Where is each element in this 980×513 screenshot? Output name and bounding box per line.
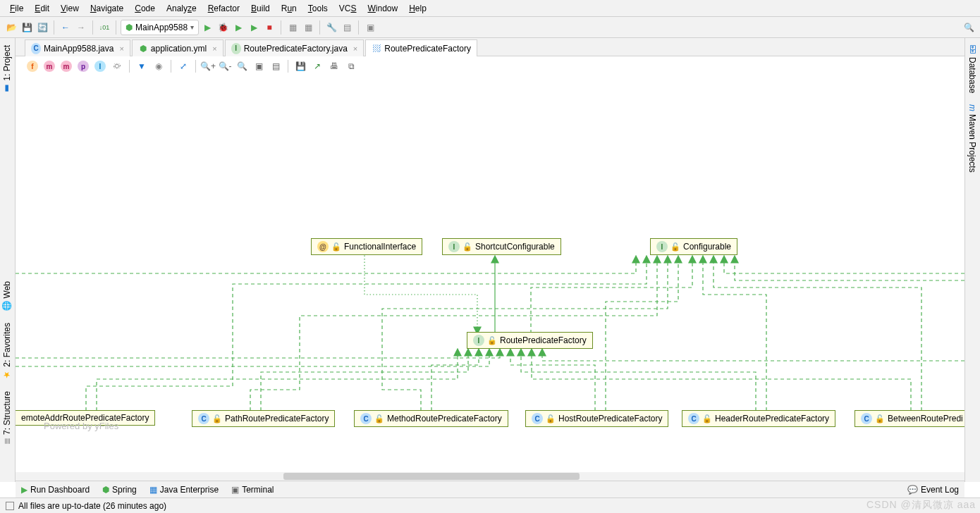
save-icon[interactable]: 💾 (20, 20, 34, 35)
expand-icon[interactable]: ⤢ (176, 58, 191, 74)
menu-build[interactable]: Build (245, 2, 276, 15)
menu-file[interactable]: File (4, 2, 29, 15)
fit-content-icon[interactable]: ▣ (251, 58, 267, 74)
tab-routepredicatefactory-diagram[interactable]: ⛆ RoutePredicateFactory (365, 39, 477, 56)
sidebar-project[interactable]: ▮1: Project (0, 39, 14, 99)
node-label: HostRoutePredicateFactory (558, 414, 662, 424)
scrollbar-thumb[interactable] (283, 473, 580, 480)
deps-icon[interactable]: ⛮ (109, 58, 125, 74)
layout2-icon[interactable]: ▦ (301, 20, 315, 35)
open-icon[interactable]: 📂 (4, 20, 18, 35)
node-functionalinterface[interactable]: @ 🔓 FunctionalInterface (311, 238, 422, 255)
export-icon[interactable]: ↗ (310, 58, 325, 74)
layout1-icon[interactable]: ▦ (286, 20, 300, 35)
node-header[interactable]: C 🔓 HeaderRoutePredicateFactory (682, 410, 835, 427)
yfiles-credit: Powered by yFiles (44, 421, 118, 431)
tab-spring[interactable]: ⬢Spring (102, 485, 137, 495)
sidebar-database[interactable]: 🗄Database (965, 39, 979, 99)
menu-vcs[interactable]: VCS (333, 2, 362, 15)
filter-i-icon[interactable]: I (92, 58, 108, 74)
run-configuration-selector[interactable]: ⬢ MainApp9588 ▾ (121, 20, 199, 35)
settings-icon[interactable]: 🔧 (324, 20, 338, 35)
left-sidebar: ▮1: Project 🌐Web ★2: Favorites ≣7: Struc… (0, 38, 16, 482)
search-icon[interactable]: 🔍 (962, 20, 976, 35)
class-icon: C (31, 44, 41, 54)
close-icon[interactable]: × (212, 44, 216, 53)
stop-icon[interactable]: ■ (262, 20, 276, 35)
interface-icon: I (231, 44, 241, 54)
tab-terminal[interactable]: ▣Terminal (231, 485, 274, 495)
menu-help[interactable]: Help (403, 2, 432, 15)
filter-icon[interactable]: ▼ (134, 58, 149, 74)
filter-fields-icon[interactable]: f (25, 58, 40, 74)
tab-run-dashboard[interactable]: ▶Run Dashboard (21, 485, 90, 495)
diagram-canvas[interactable]: @ 🔓 FunctionalInterface I 🔓 ShortcutConf… (16, 76, 964, 466)
node-label: HeaderRoutePredicateFactory (715, 414, 829, 424)
menu-tools[interactable]: Tools (302, 2, 333, 15)
node-routepredicatefactory[interactable]: I 🔓 RoutePredicateFactory (467, 332, 593, 349)
sidebar-web[interactable]: 🌐Web (0, 276, 14, 317)
sidebar-structure[interactable]: ≣7: Structure (0, 385, 14, 450)
node-between[interactable]: C 🔓 BetweenRoutePredi (855, 410, 964, 427)
tab-mainapp[interactable]: C MainApp9588.java × (25, 39, 130, 56)
copydgm-icon[interactable]: ⧉ (343, 58, 359, 74)
filter-m2-icon[interactable]: m (59, 58, 74, 74)
tab-routepredicatefactory-java[interactable]: I RoutePredicateFactory.java × (225, 39, 365, 56)
node-host[interactable]: C 🔓 HostRoutePredicateFactory (525, 410, 668, 427)
run-icon[interactable]: ▶ (200, 20, 214, 35)
menu-navigate[interactable]: Navigate (85, 2, 129, 15)
menu-code[interactable]: Code (129, 2, 161, 15)
structure-icon[interactable]: ▤ (340, 20, 354, 35)
back-icon[interactable]: ← (59, 20, 73, 35)
save2-icon[interactable]: 💾 (293, 58, 308, 74)
tab-label: RoutePredicateFactory.java (244, 44, 348, 54)
annotation-icon: @ (317, 241, 329, 252)
menu-refactor[interactable]: Refactor (202, 2, 245, 15)
lock-icon: 🔓 (875, 414, 885, 424)
close-icon[interactable]: × (353, 44, 357, 53)
zoom-actual-icon[interactable]: 🔍 (234, 58, 250, 74)
debug-icon[interactable]: 🐞 (216, 20, 230, 35)
node-label: BetweenRoutePredi (888, 414, 963, 424)
zoom-out-icon[interactable]: 🔍- (217, 58, 233, 74)
tab-java-enterprise[interactable]: ▦Java Enterprise (149, 485, 219, 495)
right-sidebar: 🗄Database mMaven Projects (964, 38, 980, 482)
class-icon: C (532, 413, 543, 424)
menu-analyze[interactable]: Analyze (161, 2, 202, 15)
lock-icon: 🔓 (670, 242, 680, 252)
node-path[interactable]: C 🔓 PathRoutePredicateFactory (192, 410, 335, 427)
main-toolbar: 📂 💾 🔄 ← → ↓01 ⬢ MainApp9588 ▾ ▶ 🐞 ▶ ▶ ■ … (0, 17, 980, 38)
menu-window[interactable]: Window (362, 2, 403, 15)
menu-run[interactable]: Run (276, 2, 302, 15)
node-method[interactable]: C 🔓 MethodRoutePredicateFactory (354, 410, 508, 427)
sidebar-favorites[interactable]: ★2: Favorites (0, 317, 14, 385)
tab-application-yml[interactable]: ⬢ application.yml × (132, 39, 223, 56)
menu-edit[interactable]: Edit (29, 2, 55, 15)
print-icon[interactable]: 🖶 (326, 58, 342, 74)
spring-icon: ⬢ (138, 44, 148, 54)
profile-icon[interactable]: ▶ (247, 20, 261, 35)
node-label: PathRoutePredicateFactory (225, 414, 329, 424)
lock-icon: 🔓 (463, 242, 472, 252)
menu-view[interactable]: View (55, 2, 85, 15)
filter-p-icon[interactable]: p (75, 58, 91, 74)
main-menu[interactable]: File Edit View Navigate Code Analyze Ref… (0, 0, 980, 17)
filter-m1-icon[interactable]: m (42, 58, 57, 74)
binary-icon[interactable]: ↓01 (97, 20, 111, 35)
tab-event-log[interactable]: 💬Event Log (907, 485, 959, 495)
scope-icon[interactable]: ◉ (151, 58, 166, 74)
node-shortcutconfigurable[interactable]: I 🔓 ShortcutConfigurable (442, 238, 561, 255)
refresh-icon[interactable]: 🔄 (35, 20, 49, 35)
sdk-icon[interactable]: ▣ (363, 20, 377, 35)
zoom-in-icon[interactable]: 🔍+ (200, 58, 216, 74)
forward-icon[interactable]: → (74, 20, 88, 35)
editor-tabs: C MainApp9588.java × ⬢ application.yml ×… (0, 38, 980, 56)
class-icon: C (360, 413, 372, 424)
close-icon[interactable]: × (119, 44, 123, 53)
sidebar-maven[interactable]: mMaven Projects (965, 99, 979, 178)
layout-icon[interactable]: ▤ (268, 58, 283, 74)
node-configurable[interactable]: I 🔓 Configurable (650, 238, 737, 255)
bottom-tool-tabs: ▶Run Dashboard ⬢Spring ▦Java Enterprise … (16, 481, 964, 497)
horizontal-scrollbar[interactable] (16, 472, 964, 481)
coverage-icon[interactable]: ▶ (231, 20, 245, 35)
